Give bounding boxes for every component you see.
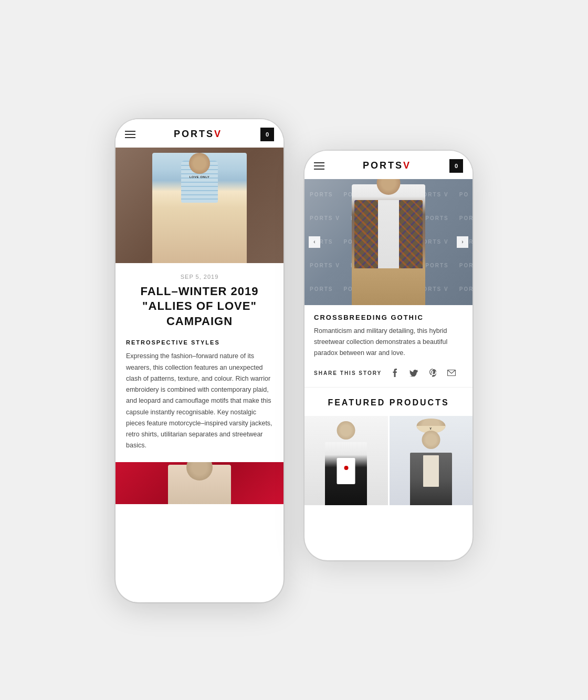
- right-hamburger-icon[interactable]: [314, 162, 324, 170]
- product-1-logo: [344, 466, 348, 470]
- left-cart-badge[interactable]: 0: [260, 128, 274, 141]
- phone-left: PORTSV 0 LOVE ONLY SEP 5, 2019 FALL–WINT…: [116, 119, 284, 602]
- hero-figure-wrapper: LOVE ONLY: [152, 153, 247, 263]
- slide-next-btn[interactable]: ›: [457, 236, 468, 248]
- phone-right: PORTSV 0 PORTSPORTS VPORTSPORTS VPO PORT…: [304, 151, 472, 560]
- product-card-2[interactable]: V: [390, 416, 473, 505]
- hero-figure-body: LOVE ONLY: [152, 153, 247, 263]
- left-nav: PORTSV 0: [116, 119, 284, 148]
- right-article-title: CROSSBREEDING GOTHIC: [304, 305, 472, 326]
- bottom-figure: [168, 465, 231, 504]
- left-section-label: RETROSPECTIVE STYLES: [116, 339, 284, 346]
- pinterest-share-icon[interactable]: [427, 367, 438, 379]
- product-1-body: [325, 442, 367, 505]
- facebook-share-icon[interactable]: [389, 367, 401, 379]
- shirt-text: LOVE ONLY: [190, 175, 210, 179]
- product-1-head: [337, 421, 355, 440]
- right-slideshow: PORTSPORTS VPORTSPORTS VPO PORTS VPORTSP…: [304, 179, 472, 305]
- left-article-body: Expressing the fashion–forward nature of…: [116, 351, 284, 462]
- product-2-head: [422, 431, 440, 449]
- hamburger-icon[interactable]: [125, 131, 135, 138]
- twitter-share-icon[interactable]: [408, 367, 419, 379]
- shirt-white: [378, 200, 399, 268]
- figure-head: [189, 153, 210, 174]
- share-label: SHARE THIS STORY: [314, 370, 382, 376]
- right-brand-logo: PORTSV: [363, 160, 411, 171]
- slide-body: [352, 184, 425, 305]
- featured-products-title: FEATURED PRODUCTS: [304, 388, 472, 416]
- brand-name-left: PORTS: [174, 129, 214, 139]
- right-article-body: Romanticism and military detailing, this…: [304, 326, 472, 368]
- email-share-icon[interactable]: [446, 367, 457, 379]
- right-nav: PORTSV 0: [304, 151, 472, 179]
- left-article-date: SEP 5, 2019: [116, 274, 284, 280]
- brand-name-right: PORTS: [363, 160, 403, 171]
- left-brand-logo: PORTSV: [174, 129, 222, 140]
- brand-v-left: V: [214, 129, 222, 139]
- left-hero-image: LOVE ONLY: [116, 148, 284, 263]
- slide-figure: [352, 184, 425, 305]
- right-cart-badge[interactable]: 0: [449, 159, 463, 173]
- product-2-shirt: [423, 455, 439, 487]
- slide-prev-btn[interactable]: ‹: [309, 236, 320, 248]
- share-row: SHARE THIS STORY: [304, 367, 472, 388]
- product-card-1[interactable]: [304, 416, 388, 505]
- brand-v-right: V: [403, 160, 411, 171]
- bottom-figure-head: [186, 462, 213, 480]
- phones-container: PORTSV 0 LOVE ONLY SEP 5, 2019 FALL–WINT…: [116, 98, 472, 602]
- left-article-title: FALL–WINTER 2019"ALLIES OF LOVE"CAMPAIGN: [116, 284, 284, 329]
- product-1-shirt: [337, 458, 355, 484]
- product-2-body: [410, 453, 452, 505]
- left-bottom-preview: [116, 462, 284, 504]
- products-grid: V: [304, 416, 472, 516]
